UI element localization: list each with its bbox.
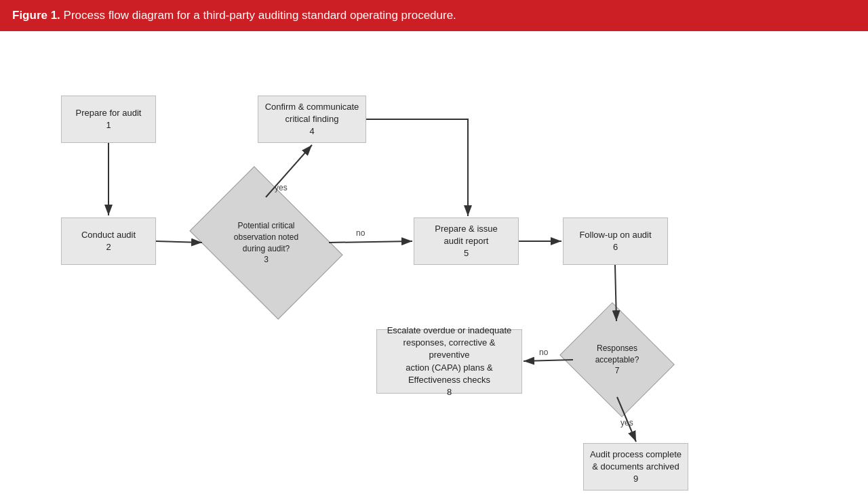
svg-line-2 — [156, 241, 202, 243]
no2-label: no — [539, 348, 549, 357]
box-audit-complete: Audit process complete& documents archiv… — [583, 443, 688, 491]
diagram-area: Prepare for audit1 Conduct audit2 Potent… — [0, 31, 868, 499]
diamond3-label: Potential criticalobservation noteddurin… — [227, 220, 305, 266]
box-confirm-communicate: Confirm & communicatecritical finding4 — [258, 96, 366, 143]
box2-label: Conduct audit2 — [81, 229, 136, 253]
yes2-label: yes — [620, 418, 633, 428]
figure-label: Figure 1. — [12, 9, 60, 22]
diamond-potential-critical: Potential criticalobservation noteddurin… — [203, 197, 329, 289]
no1-label: no — [356, 228, 366, 238]
box-prepare-report: Prepare & issueaudit report5 — [414, 217, 519, 265]
header-title: Process flow diagram for a third-party a… — [60, 9, 456, 22]
diamond7-label: Responsesacceptable?7 — [589, 343, 646, 377]
diamond-responses-acceptable: Responsesacceptable?7 — [573, 322, 661, 397]
box-prepare-audit: Prepare for audit1 — [61, 96, 156, 143]
svg-line-4 — [329, 241, 412, 243]
box4-label: Confirm & communicatecritical finding4 — [265, 101, 359, 138]
box5-label: Prepare & issueaudit report5 — [435, 223, 498, 260]
box8-label: Escalate overdue or inadequateresponses,… — [382, 325, 516, 398]
box9-label: Audit process complete& documents archiv… — [590, 449, 682, 486]
box-escalate: Escalate overdue or inadequateresponses,… — [376, 329, 522, 394]
box-conduct-audit: Conduct audit2 — [61, 217, 156, 265]
box6-label: Follow-up on audit6 — [579, 229, 651, 253]
figure-header: Figure 1. Process flow diagram for a thi… — [0, 0, 868, 31]
box1-label: Prepare for audit1 — [76, 107, 142, 131]
box-followup-audit: Follow-up on audit6 — [563, 217, 668, 265]
